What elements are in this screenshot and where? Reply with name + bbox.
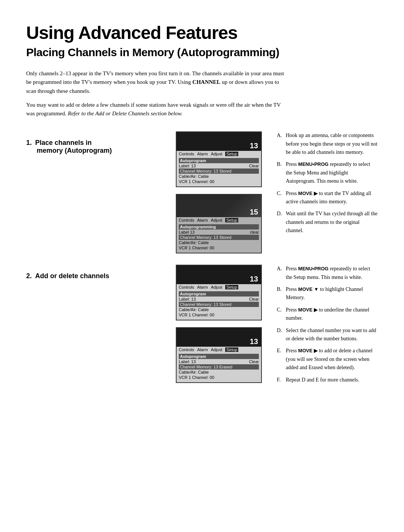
section2-label: 2. Add or delete channels [26, 265, 168, 388]
instruction-2e: E. Press MOVE ▶ to add or delete a chann… [277, 347, 378, 372]
channel-memory-row: Channel Memory: 13 Stored [179, 168, 259, 174]
section2-screens: 13 Controls Alarm Adjust Setup Autoprogr… [168, 265, 266, 388]
tv-screen-2a: 13 Controls Alarm Adjust Setup Autoprogr… [176, 265, 262, 320]
instruction-2c: C. Press MOVE ▶ to underline the channel… [277, 306, 378, 323]
channel-memory-row2: Channel Memory: 13 Stored [179, 235, 259, 240]
section1-instructions: A. Hook up an antenna, cable or componen… [266, 131, 378, 253]
controls-label4: Controls [179, 347, 194, 352]
setup-label: Setup [225, 152, 238, 156]
instruction-1a: A. Hook up an antenna, cable or componen… [277, 131, 378, 156]
controls-label: Controls [179, 152, 194, 156]
autoprogram-row3: Autoprogram [179, 291, 259, 297]
page-wrapper: Using Advanced Features Placing Channels… [26, 22, 378, 532]
move-key-1c: MOVE ▶ [298, 191, 318, 196]
instruction-1d: D. Wait until the TV has cycled through … [277, 210, 378, 235]
cable-air-row3: Cable/Air: Cable [179, 307, 259, 312]
label-row: Label: 13 Clear [179, 163, 259, 168]
instruction-2a: A. Press MENU•PROG repeatedly to select … [277, 265, 378, 282]
screen2b-content: Autoprogram Label: 13 Clear Channel Memo… [177, 353, 261, 382]
channel-memory-row3: Channel Memory: 13 Stored [179, 302, 259, 307]
intro-paragraph2: You may want to add or delete a few chan… [26, 101, 288, 118]
adjust-label3: Adjust [211, 285, 223, 289]
tv-screen-1a: 13 Controls Alarm Adjust Setup Autoprogr… [176, 131, 262, 187]
setup-label4: Setup [225, 347, 238, 352]
move-key-2e: MOVE ▶ [298, 348, 318, 353]
alarm-label4: Alarm [197, 347, 208, 352]
screen2a-top: 13 [177, 265, 261, 284]
sub-title: Placing Channels in Memory (Autoprogramm… [26, 46, 378, 59]
label-row3: Label: 13 Clear [179, 297, 259, 302]
main-title: Using Advanced Features [26, 22, 378, 43]
alarm-label3: Alarm [197, 285, 208, 289]
screen2b-channel: 13 [250, 337, 258, 346]
vcr-row2: VCR 1 Channel: 00 [179, 245, 259, 250]
vcr-row: VCR 1 Channel: 00 [179, 179, 259, 184]
alarm-label: Alarm [197, 152, 208, 156]
section1-number: 1. Place channels in memory (Autoprogram… [26, 139, 168, 155]
screen1a-menubar: Controls Alarm Adjust Setup [177, 151, 261, 157]
screen1b-menubar: Controls Alarm Adjust Setup [177, 217, 261, 223]
label-row2: Label 13 clear [179, 229, 259, 235]
setup-label3: Setup [225, 285, 238, 289]
instruction-1b: B. Press MENU•PROG repeatedly to select … [277, 160, 378, 185]
section1-screens: 13 Controls Alarm Adjust Setup Autoprogr… [168, 131, 266, 253]
adjust-label2: Adjust [211, 218, 223, 222]
vcr-row3: VCR 1 Channel: 00 [179, 312, 259, 317]
autoprogram-row2: Autoprogramming [179, 224, 259, 229]
autoprogram-row: Autoprogram [179, 158, 259, 163]
screen2a-channel: 13 [250, 275, 258, 283]
section2: 2. Add or delete channels 13 Controls Al… [26, 265, 378, 388]
tv-screen-2b: 13 Controls Alarm Adjust Setup Autoprogr… [176, 327, 262, 383]
section1: 1. Place channels in memory (Autoprogram… [26, 131, 378, 253]
channel-memory-erased-row: Channel Memory: 13 Erased [179, 364, 259, 370]
channel-caps: CHANNEL [192, 79, 220, 85]
cable-air-row2: Cable/Air: Cable [179, 240, 259, 245]
alarm-label2: Alarm [197, 218, 208, 222]
menu-prog-key-1b: MENU•PROG [298, 161, 328, 167]
instruction-1c: C. Press MOVE ▶ to start the TV adding a… [277, 189, 378, 206]
section1-label: 1. Place channels in memory (Autoprogram… [26, 131, 168, 253]
section2-number: 2. Add or delete channels [26, 272, 168, 280]
label-row4: Label: 13 Clear [179, 359, 259, 364]
screen1b-content: Autoprogramming Label 13 clear Channel M… [177, 223, 261, 253]
tv-screen-1b: 15 Controls Alarm Adjust Setup Autoprogr… [176, 194, 262, 253]
screen2b-menubar: Controls Alarm Adjust Setup [177, 347, 261, 353]
controls-label2: Controls [179, 218, 194, 222]
screen1a-channel: 13 [250, 142, 258, 150]
adjust-label: Adjust [211, 152, 223, 156]
intro-paragraph1: Only channels 2–13 appear in the TV's me… [26, 69, 288, 95]
setup-label2: Setup [225, 218, 238, 222]
screen1a-top: 13 [177, 132, 261, 151]
adjust-label4: Adjust [211, 347, 223, 352]
controls-label3: Controls [179, 285, 194, 289]
screen1b-channel: 15 [250, 208, 258, 216]
vcr-row4: VCR 1 Channel: 00 [179, 375, 259, 380]
move-key-2c: MOVE ▶ [298, 307, 318, 313]
instruction-2d: D. Select the channel number you want to… [277, 326, 378, 343]
instruction-2b: B. Press MOVE ▼ to highlight Channel Mem… [277, 285, 378, 302]
autoprogram-row4: Autoprogram [179, 354, 259, 359]
screen2a-menubar: Controls Alarm Adjust Setup [177, 284, 261, 290]
screen1b-top: 15 [177, 195, 261, 217]
instruction-2f: F. Repeat D and E for more channels. [277, 376, 378, 384]
section2-instructions: A. Press MENU•PROG repeatedly to select … [266, 265, 378, 388]
menu-prog-key-2a: MENU•PROG [298, 266, 328, 271]
move-key-2b: MOVE ▼ [298, 286, 319, 292]
cable-air-row: Cable/Air: Cable [179, 174, 259, 179]
screen1a-content: Autoprogram Label: 13 Clear Channel Memo… [177, 157, 261, 186]
screen2b-top: 13 [177, 328, 261, 347]
screen2a-content: Autoprogram Label: 13 Clear Channel Memo… [177, 290, 261, 320]
cable-air-row4: Cable/Air: Cable [179, 370, 259, 375]
